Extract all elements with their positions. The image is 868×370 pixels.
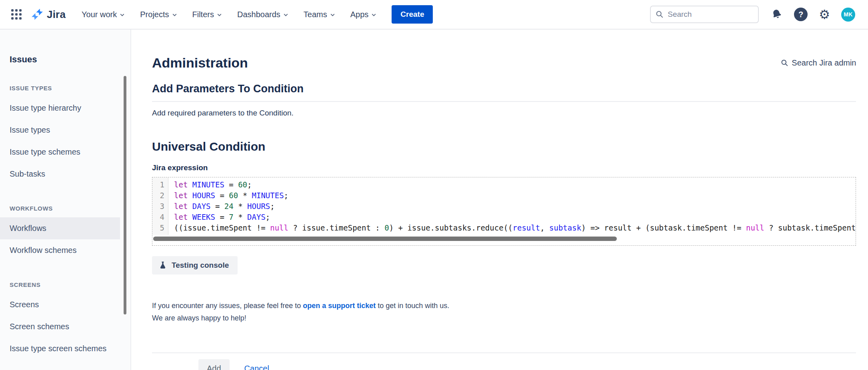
create-button[interactable]: Create <box>392 5 433 24</box>
editor-line[interactable]: let WEEKS = 7 * DAYS; <box>174 212 856 223</box>
code-token: 60 <box>229 191 238 200</box>
jira-admin-page: Jira Your workProjectsFiltersDashboardsT… <box>0 0 868 370</box>
sidebar-item-screen-schemes[interactable]: Screen schemes <box>0 316 130 338</box>
code-token: , <box>540 223 549 232</box>
flask-icon <box>158 261 167 270</box>
code-token: null <box>270 223 288 232</box>
nav-item-label: Teams <box>304 10 327 19</box>
testing-console-label: Testing console <box>172 261 229 270</box>
line-number: 2 <box>152 190 168 201</box>
search-icon <box>656 10 664 18</box>
nav-item-your-work[interactable]: Your work <box>82 10 125 19</box>
open-support-ticket-link[interactable]: open a support ticket <box>303 302 376 310</box>
sidebar-scrollbar[interactable] <box>124 76 126 314</box>
nav-item-label: Apps <box>350 10 369 19</box>
code-token: subtask <box>549 223 581 232</box>
add-button[interactable]: Add <box>198 359 230 370</box>
code-token: DAYS <box>192 202 211 211</box>
code-token: HOURS <box>192 191 215 200</box>
sidebar-section-workflows: WORKFLOWS <box>10 205 121 212</box>
code-area[interactable]: let MINUTES = 60;let HOURS = 60 * MINUTE… <box>168 177 856 235</box>
page-title: Administration <box>152 55 248 71</box>
sidebar-item-issue-type-schemes[interactable]: Issue type schemes <box>0 141 130 163</box>
jira-logo[interactable]: Jira <box>31 8 66 21</box>
code-editor[interactable]: 12345 let MINUTES = 60;let HOURS = 60 * … <box>152 177 856 246</box>
editor-scroll: 12345 let MINUTES = 60;let HOURS = 60 * … <box>152 177 856 235</box>
code-token: let <box>174 191 192 200</box>
section-description: Add required parameters to the Condition… <box>152 109 856 117</box>
testing-console-button[interactable]: Testing console <box>152 256 238 275</box>
sidebar-item-workflows[interactable]: Workflows <box>0 217 120 239</box>
sidebar-item-screens[interactable]: Screens <box>0 294 130 316</box>
line-number: 3 <box>152 201 168 212</box>
admin-sidebar: Issues ISSUE TYPESIssue type hierarchyIs… <box>0 30 131 370</box>
sidebar-item-sub-tasks[interactable]: Sub-tasks <box>0 163 130 185</box>
nav-item-teams[interactable]: Teams <box>304 10 335 19</box>
search-input[interactable] <box>668 10 753 19</box>
search-jira-admin-label: Search Jira admin <box>792 58 856 68</box>
navbar-left: Jira Your workProjectsFiltersDashboardsT… <box>11 5 433 24</box>
search-jira-admin-link[interactable]: Search Jira admin <box>781 58 856 68</box>
editor-hscroll-thumb[interactable] <box>153 237 617 241</box>
chevron-down-icon <box>283 12 288 18</box>
code-token: ) + issue.subtasks.reduce(( <box>389 223 513 232</box>
editor-line[interactable]: let DAYS = 24 * HOURS; <box>174 201 856 212</box>
section-title: Add Parameters To Condition <box>152 83 856 102</box>
sidebar-item-issue-types[interactable]: Issue types <box>0 119 130 141</box>
nav-item-filters[interactable]: Filters <box>192 10 222 19</box>
support-text: If you encounter any issues, please feel… <box>152 302 856 310</box>
bell-icon <box>769 7 784 22</box>
code-token: DAYS <box>247 213 266 221</box>
code-token: ; <box>270 202 274 211</box>
line-number: 4 <box>152 212 168 223</box>
code-token: let <box>174 202 192 211</box>
editor-hscroll-track <box>152 235 856 245</box>
code-token: MINUTES <box>192 180 224 189</box>
nav-item-apps[interactable]: Apps <box>350 10 377 19</box>
navbar-right: ? ⚙ MK <box>650 6 856 23</box>
code-token: 0 <box>384 223 389 232</box>
code-token: * <box>238 191 252 200</box>
code-token: ; <box>284 191 288 200</box>
code-token: let <box>174 180 192 189</box>
code-token: HOURS <box>247 202 270 211</box>
help-button[interactable]: ? <box>794 8 808 21</box>
chevron-down-icon <box>120 12 125 18</box>
user-avatar[interactable]: MK <box>841 8 855 22</box>
subsection-title: Universal Condition <box>152 140 856 153</box>
cancel-link[interactable]: Cancel <box>244 364 269 370</box>
code-token: null <box>746 223 764 232</box>
main-menu: Your workProjectsFiltersDashboardsTeamsA… <box>82 10 392 19</box>
app-switcher-icon[interactable] <box>11 9 22 20</box>
code-token: ((issue.timeSpent != <box>174 223 270 232</box>
nav-item-projects[interactable]: Projects <box>140 10 177 19</box>
nav-item-label: Your work <box>82 10 117 19</box>
code-token: ? issue.timeSpent : <box>288 223 384 232</box>
main-content: Administration Search Jira admin Add Par… <box>131 30 868 370</box>
support-text-before: If you encounter any issues, please feel… <box>152 302 303 310</box>
sidebar-item-workflow-schemes[interactable]: Workflow schemes <box>0 239 130 261</box>
notifications-button[interactable] <box>771 8 783 20</box>
editor-line[interactable]: let HOURS = 60 * MINUTES; <box>174 190 856 201</box>
nav-item-dashboards[interactable]: Dashboards <box>237 10 288 19</box>
code-token: let <box>174 213 192 221</box>
code-token: 24 <box>224 202 234 211</box>
sidebar-title: Issues <box>10 54 130 65</box>
chevron-down-icon <box>371 12 376 18</box>
code-token: = <box>215 191 229 200</box>
sidebar-section-screens: SCREENS <box>10 281 121 288</box>
global-search[interactable] <box>650 6 759 23</box>
code-token: result <box>513 223 540 232</box>
code-token: * <box>234 213 247 221</box>
editor-line[interactable]: let MINUTES = 60; <box>174 179 856 190</box>
question-mark-icon: ? <box>794 8 808 21</box>
editor-line[interactable]: ((issue.timeSpent != null ? issue.timeSp… <box>174 223 856 233</box>
sidebar-item-issue-type-screen-schemes[interactable]: Issue type screen schemes <box>0 338 130 360</box>
settings-button[interactable]: ⚙ <box>819 8 830 21</box>
title-row: Administration Search Jira admin <box>152 55 856 71</box>
nav-item-label: Projects <box>140 10 169 19</box>
sidebar-item-issue-type-hierarchy[interactable]: Issue type hierarchy <box>0 97 130 119</box>
sidebar-section-issue-types: ISSUE TYPES <box>10 85 121 92</box>
jira-logo-icon <box>31 8 43 20</box>
gear-icon: ⚙ <box>819 8 830 21</box>
